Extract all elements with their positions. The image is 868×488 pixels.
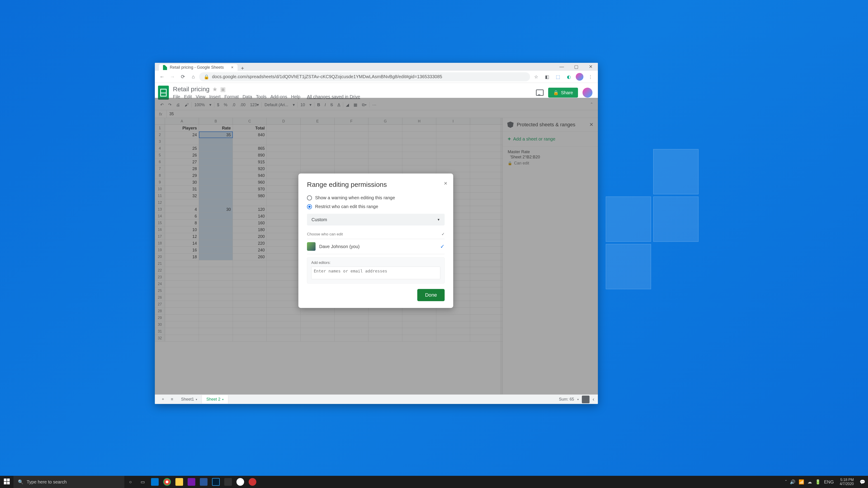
nav-home-button[interactable]: ⌂ — [189, 72, 198, 81]
comments-icon[interactable] — [536, 90, 544, 96]
sheet-tabs-bar: + ≡ Sheet1▾ Sheet 2▾ Sum: 65▾ ‹ — [155, 394, 598, 404]
radio-label: Restrict who can edit this range — [315, 204, 378, 209]
taskbar-app-chrome[interactable] — [161, 476, 173, 488]
taskbar-app-photoshop[interactable] — [210, 476, 222, 488]
sheet-tab-1[interactable]: Sheet1▾ — [177, 395, 202, 403]
cortana-button[interactable]: ○ — [124, 476, 136, 488]
range-permissions-dialog: Range editing permissions × Show a warni… — [298, 173, 453, 308]
svg-rect-2 — [4, 482, 6, 484]
sheets-favicon-icon — [163, 65, 167, 70]
document-title[interactable]: Retail pricing — [173, 86, 210, 93]
dialog-close-button[interactable]: × — [444, 180, 447, 187]
add-editors-input[interactable] — [311, 267, 440, 279]
nav-reload-button[interactable]: ⟳ — [178, 72, 187, 81]
lock-icon: 🔒 — [553, 90, 559, 95]
extension-icon[interactable]: ◐ — [565, 73, 572, 80]
tab-title: Retail pricing - Google Sheets — [170, 65, 224, 70]
bookmark-star-icon[interactable]: ☆ — [532, 73, 540, 80]
done-button[interactable]: Done — [417, 289, 445, 301]
radio-label: Show a warning when editing this range — [315, 195, 395, 200]
lock-icon: 🔒 — [204, 74, 209, 79]
new-tab-button[interactable]: + — [241, 65, 244, 71]
nav-back-button[interactable]: ← — [158, 72, 166, 81]
extension-icon[interactable]: ⬚ — [554, 73, 562, 80]
notifications-button[interactable]: 💬 — [860, 479, 865, 485]
person-avatar — [307, 242, 315, 251]
nav-forward-button[interactable]: → — [168, 72, 177, 81]
radio-show-warning[interactable]: Show a warning when editing this range — [307, 193, 445, 202]
side-panel-toggle[interactable]: ‹ — [593, 396, 594, 402]
sheets-header: Retail pricing ★ ▣ FileEditViewInsertFor… — [155, 83, 598, 100]
restriction-dropdown[interactable]: Custom ▼ — [307, 214, 445, 225]
dialog-title: Range editing permissions — [307, 181, 445, 188]
sheet-tab-2[interactable]: Sheet 2▾ — [202, 395, 228, 403]
clock-time: 5:18 PM — [840, 478, 854, 482]
add-editors-label: Add editors: — [311, 261, 440, 265]
move-icon[interactable]: ▣ — [220, 86, 226, 93]
url-text: docs.google.com/spreadsheets/d/1dQ0VhET1… — [212, 74, 442, 79]
window-controls: — ▢ ✕ — [555, 63, 598, 71]
tray-volume-icon[interactable]: 🔊 — [790, 479, 796, 485]
svg-rect-0 — [4, 479, 6, 481]
taskbar-app-outlook[interactable] — [149, 476, 161, 488]
taskbar-app[interactable] — [222, 476, 234, 488]
person-name: Dave Johnson (you) — [319, 244, 360, 249]
chrome-toolbar: ← → ⟳ ⌂ 🔒 docs.google.com/spreadsheets/d… — [155, 71, 598, 83]
profile-avatar[interactable] — [576, 73, 583, 80]
window-close-button[interactable]: ✕ — [583, 63, 598, 71]
sheets-logo-icon[interactable] — [158, 86, 169, 100]
tray-ime-icon[interactable]: ENG — [824, 480, 834, 485]
extension-icon[interactable]: ◧ — [543, 73, 551, 80]
tray-chevron-icon[interactable]: ˆ — [785, 480, 787, 485]
chrome-tabstrip: Retail pricing - Google Sheets × + — ▢ ✕ — [155, 63, 598, 71]
taskbar-search[interactable]: 🔍 Type here to search — [13, 476, 124, 488]
sum-indicator[interactable]: Sum: 65 — [559, 397, 574, 402]
clock-date: 4/7/2020 — [840, 482, 854, 486]
taskbar-app[interactable] — [246, 476, 258, 488]
browser-tab[interactable]: Retail pricing - Google Sheets × — [159, 64, 238, 71]
tray-cloud-icon[interactable]: ☁ — [807, 479, 812, 485]
share-button[interactable]: 🔒 Share — [548, 88, 578, 98]
taskbar-clock[interactable]: 5:18 PM 4/7/2020 — [837, 478, 857, 486]
address-bar[interactable]: 🔒 docs.google.com/spreadsheets/d/1dQ0VhE… — [199, 72, 530, 81]
radio-restrict[interactable]: Restrict who can edit this range — [307, 202, 445, 211]
svg-rect-1 — [7, 479, 10, 481]
tray-network-icon[interactable]: 📶 — [799, 479, 804, 485]
radio-icon — [307, 195, 312, 200]
system-tray[interactable]: ˆ 🔊 📶 ☁ 🔋 ENG 5:18 PM 4/7/2020 💬 — [782, 478, 868, 486]
dropdown-value: Custom — [311, 217, 327, 222]
search-placeholder: Type here to search — [27, 480, 67, 485]
check-icon: ✓ — [441, 232, 445, 236]
window-maximize-button[interactable]: ▢ — [569, 63, 583, 71]
tray-battery-icon[interactable]: 🔋 — [815, 479, 821, 485]
add-editors-box: Add editors: — [307, 257, 445, 284]
radio-icon — [307, 204, 312, 209]
choose-editors-label: Choose who can edit — [307, 232, 343, 236]
window-minimize-button[interactable]: — — [555, 63, 569, 71]
windows-taskbar: 🔍 Type here to search ○ ▭ ˆ 🔊 📶 ☁ 🔋 ENG … — [0, 476, 868, 488]
taskbar-app[interactable] — [234, 476, 246, 488]
svg-rect-3 — [7, 482, 10, 484]
share-label: Share — [561, 90, 573, 95]
windows-logo — [606, 149, 701, 244]
start-button[interactable] — [0, 479, 13, 486]
taskbar-app-onenote[interactable] — [185, 476, 197, 488]
account-avatar[interactable] — [583, 88, 592, 98]
taskbar-app-explorer[interactable] — [173, 476, 185, 488]
all-sheets-button[interactable]: ≡ — [167, 397, 177, 402]
chrome-window: Retail pricing - Google Sheets × + — ▢ ✕… — [155, 63, 598, 404]
tab-close-icon[interactable]: × — [231, 65, 234, 70]
star-icon[interactable]: ★ — [212, 86, 217, 93]
check-icon: ✓ — [440, 243, 445, 250]
chevron-down-icon: ▼ — [437, 218, 440, 221]
chrome-menu-button[interactable]: ⋮ — [587, 73, 594, 80]
explore-button[interactable] — [582, 396, 590, 403]
add-sheet-button[interactable]: + — [158, 397, 167, 402]
task-view-button[interactable]: ▭ — [136, 476, 149, 488]
search-icon: 🔍 — [18, 479, 24, 485]
taskbar-app-word[interactable] — [197, 476, 210, 488]
editor-entry[interactable]: Dave Johnson (you) ✓ — [307, 239, 445, 254]
